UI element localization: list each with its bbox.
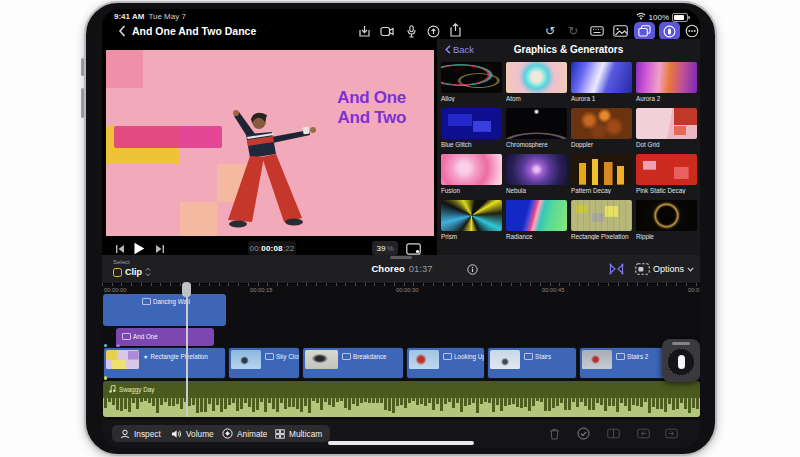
- undo-icon[interactable]: ↺: [542, 23, 558, 39]
- video-clip-icon: [265, 353, 274, 360]
- generator-thumbnail[interactable]: [636, 108, 697, 139]
- storyline-clip[interactable]: Sky Close-…: [228, 347, 300, 379]
- storyline-clip[interactable]: ★Rectangle Pixelation: [103, 347, 226, 379]
- split-clip-icon[interactable]: [607, 427, 620, 440]
- favorite-icon: ★: [143, 354, 148, 360]
- inspect-button[interactable]: Inspect: [112, 425, 169, 442]
- jog-wheel-handle[interactable]: [672, 342, 690, 345]
- generator-item[interactable]: Doppler: [571, 108, 632, 148]
- timecode-display[interactable]: 00:00:08:22: [248, 241, 296, 255]
- connected-clip-dancing-wall[interactable]: Dancing Wall: [103, 294, 226, 326]
- share-icon[interactable]: [447, 22, 463, 38]
- generator-item[interactable]: Prism: [441, 200, 502, 240]
- generator-item[interactable]: Blue Glitch: [441, 108, 502, 148]
- timeline-panel: Select Clip Choreo01:37 Options 00:00:00…: [102, 255, 700, 420]
- storyline-clip[interactable]: Breakdance: [302, 347, 404, 379]
- video-preview[interactable]: And One And Two: [106, 50, 434, 236]
- zoom-level-control[interactable]: 39%: [372, 241, 398, 255]
- panel-header: Back Graphics & Generators: [437, 39, 700, 61]
- generator-thumbnail[interactable]: [441, 154, 502, 185]
- generator-item[interactable]: Pattern Decay: [571, 154, 632, 194]
- generator-thumbnail[interactable]: [441, 108, 502, 139]
- clip-thumbnail: [231, 350, 261, 369]
- back-chevron-icon[interactable]: [117, 25, 127, 37]
- generator-thumbnail[interactable]: [571, 154, 632, 185]
- storyline-clip[interactable]: Stairs: [487, 347, 577, 379]
- generator-item[interactable]: Radiance: [506, 200, 567, 240]
- generator-thumbnail[interactable]: [506, 108, 567, 139]
- approve-icon[interactable]: [577, 427, 590, 440]
- generator-item[interactable]: Aurora 1: [571, 62, 632, 102]
- connect-clips-icon[interactable]: [608, 262, 624, 276]
- inspector-button[interactable]: [659, 22, 680, 40]
- generator-thumbnail[interactable]: [441, 200, 502, 231]
- generator-grid: Alloy Atom Aurora 1 Aurora 2 Blue Glitch…: [441, 62, 697, 240]
- options-menu[interactable]: Options: [653, 264, 694, 274]
- microphone-icon[interactable]: [403, 23, 419, 39]
- multicam-button[interactable]: Multicam: [267, 425, 330, 442]
- dancer-figure: [106, 50, 434, 236]
- jog-wheel[interactable]: [662, 339, 700, 382]
- generator-item[interactable]: Chromosphere: [506, 108, 567, 148]
- viewer-display-options-icon[interactable]: [405, 242, 421, 255]
- generator-item[interactable]: Alloy: [441, 62, 502, 102]
- generator-thumbnail[interactable]: [506, 154, 567, 185]
- project-title: And One And Two Dance: [132, 25, 256, 37]
- keyboard-icon[interactable]: [589, 24, 605, 38]
- timeline-header: Select Clip Choreo01:37 Options: [102, 255, 700, 284]
- generator-item[interactable]: Rectangle Pixelation: [571, 200, 632, 240]
- title-overlay: And One And Two: [337, 88, 406, 128]
- trim-end-icon[interactable]: [665, 427, 678, 440]
- video-clip-icon: [142, 298, 151, 305]
- generator-item[interactable]: Aurora 2: [636, 62, 697, 102]
- generator-thumbnail[interactable]: [571, 200, 632, 231]
- storyline-clip[interactable]: Stairs 2: [579, 347, 669, 379]
- generator-thumbnail[interactable]: [441, 62, 502, 93]
- play-button[interactable]: [132, 241, 146, 255]
- jog-wheel-knob[interactable]: [678, 355, 685, 369]
- home-indicator[interactable]: [328, 441, 474, 445]
- clip-appearance-icon[interactable]: [634, 262, 650, 276]
- speaker-icon: [171, 429, 182, 439]
- delete-icon[interactable]: [548, 427, 561, 440]
- content-library-button[interactable]: [634, 22, 655, 40]
- generator-thumbnail[interactable]: [636, 200, 697, 231]
- timeline-resize-handle[interactable]: [390, 256, 412, 259]
- storyline-clip[interactable]: Looking Up: [406, 347, 485, 379]
- ipad-device-frame: 9:41 AMTue May 7 100% And One And Two Da…: [84, 1, 717, 456]
- trim-start-icon[interactable]: [637, 427, 650, 440]
- live-drawing-icon[interactable]: [425, 23, 441, 39]
- generator-item[interactable]: Dot Grid: [636, 108, 697, 148]
- more-options-icon[interactable]: [684, 23, 700, 39]
- generator-thumbnail[interactable]: [636, 62, 697, 93]
- generator-item[interactable]: Nebula: [506, 154, 567, 194]
- generator-thumbnail[interactable]: [636, 154, 697, 185]
- generator-thumbnail[interactable]: [506, 62, 567, 93]
- redo-icon[interactable]: ↻: [565, 23, 581, 39]
- generator-item[interactable]: Fusion: [441, 154, 502, 194]
- project-info-icon[interactable]: [466, 263, 478, 275]
- playhead-line[interactable]: [186, 283, 188, 417]
- generator-thumbnail[interactable]: [571, 108, 632, 139]
- media-browser-icon[interactable]: [612, 24, 629, 38]
- clip-thumbnail: [582, 350, 612, 369]
- video-clip-icon: [443, 353, 452, 360]
- tool-selector[interactable]: Clip: [113, 267, 151, 277]
- status-date: Tue May 7: [148, 12, 186, 21]
- previous-frame-button[interactable]: [114, 243, 126, 254]
- playhead-handle[interactable]: [182, 282, 191, 297]
- audio-clip-swaggy-day[interactable]: Swaggy Day: [103, 381, 700, 417]
- volume-button[interactable]: Volume: [163, 425, 222, 442]
- title-clip-and-one[interactable]: And One: [116, 328, 214, 346]
- title-clip-icon: [122, 333, 131, 340]
- connection-dot: [104, 376, 108, 380]
- generator-item[interactable]: Pink Static Decay: [636, 154, 697, 194]
- import-media-icon[interactable]: [356, 23, 372, 39]
- generator-thumbnail[interactable]: [506, 200, 567, 231]
- next-frame-button[interactable]: [154, 243, 166, 254]
- record-video-icon[interactable]: [379, 23, 395, 39]
- viewer-panel: And One And Two 00:00:08:22 39%: [102, 41, 437, 255]
- generator-thumbnail[interactable]: [571, 62, 632, 93]
- generator-item[interactable]: Atom: [506, 62, 567, 102]
- generator-item[interactable]: Ripple: [636, 200, 697, 240]
